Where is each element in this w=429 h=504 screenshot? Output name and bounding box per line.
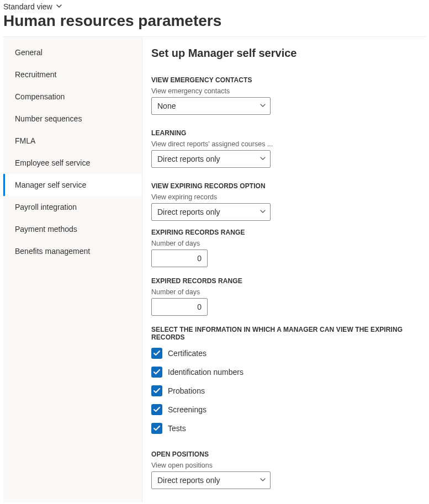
section-expiring-range: EXPIRING RECORDS RANGE bbox=[151, 229, 420, 236]
chevron-down-icon bbox=[56, 2, 62, 11]
label-expiring-days: Number of days bbox=[151, 240, 420, 247]
section-emergency-contacts: VIEW EMERGENCY CONTACTS bbox=[151, 76, 420, 84]
label-direct-reports-courses: View direct reports' assigned courses ..… bbox=[151, 140, 420, 148]
input-value: 0 bbox=[197, 303, 202, 311]
checkbox-screenings[interactable]: Screenings bbox=[151, 404, 420, 415]
sidebar-item-recruitment[interactable]: Recruitment bbox=[3, 63, 142, 86]
sidebar-item-payroll-integration[interactable]: Payroll integration bbox=[3, 196, 142, 218]
panel-title: Set up Manager self service bbox=[151, 47, 420, 60]
sidebar-item-compensation[interactable]: Compensation bbox=[3, 86, 142, 108]
checkmark-icon bbox=[151, 348, 162, 359]
section-learning: LEARNING bbox=[151, 129, 420, 137]
checkbox-label: Certificates bbox=[168, 349, 206, 358]
select-direct-reports-courses[interactable]: Direct reports only bbox=[151, 150, 271, 168]
checkbox-label: Screenings bbox=[168, 405, 206, 414]
select-value: None bbox=[157, 102, 176, 110]
input-expiring-days[interactable]: 0 bbox=[151, 250, 208, 267]
label-view-open-positions: View open positions bbox=[151, 461, 420, 469]
input-expired-days[interactable]: 0 bbox=[151, 298, 208, 316]
label-expired-days: Number of days bbox=[151, 288, 420, 296]
select-value: Direct reports only bbox=[157, 155, 220, 163]
select-view-open-positions[interactable]: Direct reports only bbox=[151, 471, 271, 489]
sidebar-item-manager-self-service[interactable]: Manager self service bbox=[3, 174, 142, 196]
sidebar-item-number-sequences[interactable]: Number sequences bbox=[3, 108, 142, 130]
checkbox-identification-numbers[interactable]: Identification numbers bbox=[151, 367, 420, 378]
checkbox-certificates[interactable]: Certificates bbox=[151, 348, 420, 359]
section-select-information: SELECT THE INFORMATION IN WHICH A MANAGE… bbox=[151, 326, 420, 341]
checkmark-icon bbox=[151, 404, 162, 415]
select-view-emergency-contacts[interactable]: None bbox=[151, 97, 271, 115]
sidebar-item-payment-methods[interactable]: Payment methods bbox=[3, 218, 142, 240]
sidebar-item-general[interactable]: General bbox=[3, 41, 142, 63]
view-switcher[interactable]: Standard view bbox=[3, 2, 62, 11]
main-panel: Set up Manager self service VIEW EMERGEN… bbox=[142, 37, 426, 502]
section-expired-range: EXPIRED RECORDS RANGE bbox=[151, 277, 420, 285]
sidebar-item-fmla[interactable]: FMLA bbox=[3, 130, 142, 152]
sidebar: General Recruitment Compensation Number … bbox=[3, 37, 142, 502]
checkbox-probations[interactable]: Probations bbox=[151, 385, 420, 396]
checkbox-label: Tests bbox=[168, 424, 186, 433]
page-title: Human resources parameters bbox=[0, 11, 429, 36]
checkmark-icon bbox=[151, 367, 162, 378]
select-value: Direct reports only bbox=[157, 208, 220, 216]
input-value: 0 bbox=[197, 254, 202, 263]
select-value: Direct reports only bbox=[157, 476, 220, 485]
view-switcher-label: Standard view bbox=[3, 2, 52, 11]
checkmark-icon bbox=[151, 385, 162, 396]
select-view-expiring-records[interactable]: Direct reports only bbox=[151, 203, 271, 221]
label-view-emergency-contacts: View emergency contacts bbox=[151, 87, 420, 95]
checkbox-label: Probations bbox=[168, 386, 205, 395]
checkmark-icon bbox=[151, 423, 162, 434]
sidebar-item-benefits-management[interactable]: Benefits management bbox=[3, 240, 142, 262]
checkbox-label: Identification numbers bbox=[168, 368, 243, 376]
checkbox-tests[interactable]: Tests bbox=[151, 423, 420, 434]
section-expiring-option: VIEW EXPIRING RECORDS OPTION bbox=[151, 182, 420, 190]
sidebar-item-employee-self-service[interactable]: Employee self service bbox=[3, 152, 142, 174]
section-open-positions: OPEN POSITIONS bbox=[151, 450, 420, 458]
label-view-expiring-records: View expiring records bbox=[151, 193, 420, 201]
